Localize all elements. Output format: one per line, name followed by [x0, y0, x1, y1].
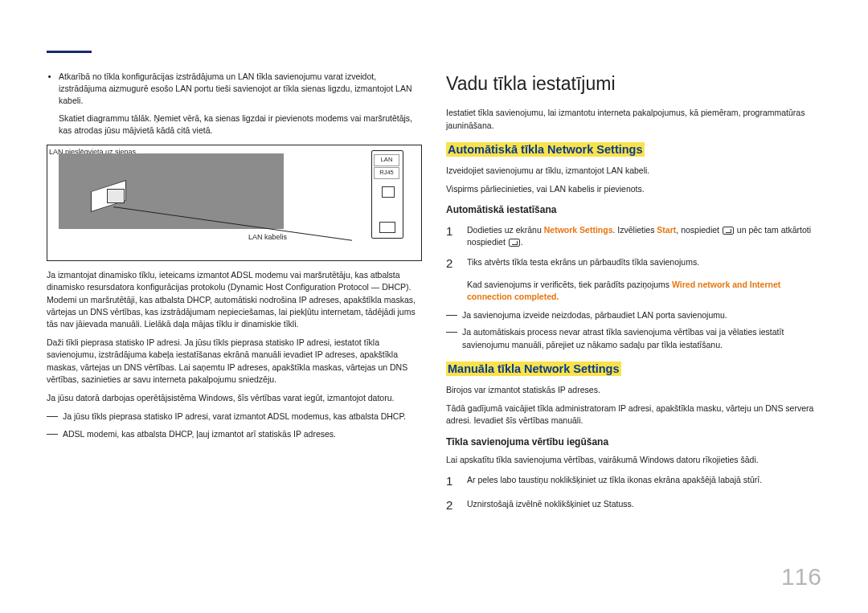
step-number: 1: [446, 223, 459, 248]
note-item: ADSL modemi, kas atbalsta DHCP, ļauj izm…: [47, 428, 422, 440]
bullet-dot-icon: •: [47, 71, 52, 108]
dash-icon: [47, 416, 58, 423]
enter-button-icon: [723, 227, 734, 235]
step-text: Ar peles labo taustiņu noklikšķiniet uz …: [467, 472, 821, 490]
subsection-heading-auto: Automātiskā tīkla Network Settings: [446, 142, 645, 157]
step-result: Kad savienojums ir verificēts, tiek parā…: [467, 279, 821, 303]
enter-button-icon: [509, 239, 520, 247]
paragraph: Birojos var izmantot statiskās IP adrese…: [446, 384, 821, 396]
paragraph: Daži tīkli pieprasa statisko IP adresi. …: [47, 337, 422, 386]
step-text: Dodieties uz ekrānu Network Settings. Iz…: [467, 223, 821, 248]
step-number: 2: [446, 497, 459, 514]
lan-diagram: LAN pieslēgvieta uz sienas LAN kabelis L…: [47, 145, 422, 261]
text: Kad savienojums ir verificēts, tiek parā…: [467, 280, 672, 289]
step-number: 2: [446, 255, 459, 272]
ui-term: Start: [657, 225, 676, 235]
note-item: Ja jūsu tīkls pieprasa statisko IP adres…: [47, 411, 422, 423]
paragraph: Ja jūsu datorā darbojas operētājsistēma …: [47, 392, 422, 404]
subsection-heading-manual: Manuāla tīkla Network Settings: [446, 362, 621, 376]
step-item: 1 Dodieties uz ekrānu Network Settings. …: [446, 223, 821, 248]
note-text: Ja jūsu tīkls pieprasa statisko IP adres…: [63, 411, 422, 423]
subheading-auto-setup: Automātiskā iestatīšana: [446, 203, 821, 217]
note-text: Ja automātiskais process nevar atrast tī…: [462, 326, 821, 350]
dash-icon: [47, 434, 58, 440]
subheading-get-values: Tīkla savienojuma vērtību iegūšana: [446, 435, 821, 449]
diagram-wall: [59, 153, 284, 229]
dash-icon: [446, 315, 457, 321]
content-columns: • Atkarībā no tīkla konfigurācijas izstr…: [47, 71, 821, 521]
step-item: 2 Uznirstošajā izvēlnē noklikšķiniet uz …: [446, 497, 821, 514]
paragraph: Ja izmantojat dinamisko tīklu, ieteicams…: [47, 269, 422, 330]
paragraph: Tādā gadījumā vaicājiet tīkla administra…: [446, 403, 821, 427]
paragraph: Lai apskatītu tīkla savienojuma vērtības…: [446, 454, 821, 466]
bullet-item: • Atkarībā no tīkla konfigurācijas izstr…: [47, 71, 422, 108]
bullet-subtext: Skatiet diagrammu tālāk. Ņemiet vērā, ka…: [59, 112, 422, 137]
paragraph: Izveidojiet savienojumu ar tīklu, izmant…: [446, 165, 821, 177]
step-text: Uznirstošajā izvēlnē noklikšķiniet uz St…: [467, 497, 821, 514]
page-accent-bar: [47, 51, 92, 53]
text: . Izvēlieties: [613, 225, 657, 235]
paragraph: Vispirms pārliecinieties, vai LAN kabeli…: [446, 183, 821, 195]
text: Dodieties uz ekrānu: [467, 225, 544, 235]
step-text: Tiks atvērts tīkla testa ekrāns un pārba…: [467, 255, 821, 272]
diagram-house-icon: [382, 186, 395, 198]
dash-icon: [446, 332, 457, 350]
step-item: 1 Ar peles labo taustiņu noklikšķiniet u…: [446, 472, 821, 490]
note-text: Ja savienojuma izveide neizdodas, pārbau…: [462, 309, 821, 321]
diagram-port-label: RJ45: [374, 167, 399, 179]
text: , nospiediet: [676, 225, 722, 235]
diagram-plug-icon: [107, 189, 125, 203]
ui-term: Network Settings: [544, 225, 613, 235]
step-item: 2 Tiks atvērts tīkla testa ekrāns un pār…: [446, 255, 821, 272]
right-column: Vadu tīkla iestatījumi Iestatiet tīkla s…: [446, 71, 821, 521]
page-number: 116: [781, 559, 821, 595]
left-column: • Atkarībā no tīkla konfigurācijas izstr…: [47, 71, 422, 521]
step-number: 1: [446, 472, 459, 490]
paragraph: Iestatiet tīkla savienojumu, lai izmanto…: [446, 107, 821, 131]
note-item: Ja savienojuma izveide neizdodas, pārbau…: [446, 309, 821, 321]
note-text: ADSL modemi, kas atbalsta DHCP, ļauj izm…: [63, 428, 422, 440]
diagram-device: LAN RJ45: [371, 150, 403, 239]
diagram-rj45-port-icon: [379, 222, 395, 233]
diagram-lan-label: LAN: [374, 154, 399, 166]
section-heading: Vadu tīkla iestatījumi: [446, 71, 821, 97]
text: .: [521, 237, 523, 247]
note-item: Ja automātiskais process nevar atrast tī…: [446, 326, 821, 350]
bullet-text: Atkarībā no tīkla konfigurācijas izstrād…: [59, 71, 422, 108]
diagram-cable-label: LAN kabelis: [248, 232, 287, 243]
